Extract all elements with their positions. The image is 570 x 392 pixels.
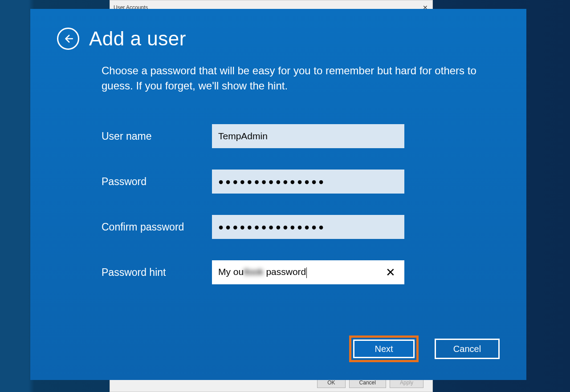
next-button-highlight: Next <box>349 335 419 362</box>
password-label: Password <box>102 176 212 188</box>
confirm-password-label: Confirm password <box>102 221 212 233</box>
password-hint-text: My outlook password <box>218 267 307 278</box>
add-user-form: User name TempAdmin Password ●●●●●●●●●●●… <box>102 124 500 284</box>
modal-footer-buttons: Next Cancel <box>349 335 500 362</box>
modal-subtitle: Choose a password that will be easy for … <box>102 63 500 93</box>
username-input[interactable]: TempAdmin <box>212 124 404 148</box>
modal-title: Add a user <box>89 28 186 50</box>
username-label: User name <box>102 130 212 142</box>
next-button[interactable]: Next <box>353 339 415 358</box>
arrow-left-icon <box>62 33 74 44</box>
add-user-modal: Add a user Choose a password that will b… <box>30 9 526 380</box>
back-button[interactable] <box>57 28 79 50</box>
password-hint-input[interactable]: My outlook password ✕ <box>212 260 404 284</box>
password-hint-label: Password hint <box>102 267 212 279</box>
password-input[interactable]: ●●●●●●●●●●●●●●● <box>212 170 404 194</box>
cancel-button[interactable]: Cancel <box>435 339 500 359</box>
clear-icon[interactable]: ✕ <box>383 266 398 279</box>
confirm-password-input[interactable]: ●●●●●●●●●●●●●●● <box>212 215 404 239</box>
